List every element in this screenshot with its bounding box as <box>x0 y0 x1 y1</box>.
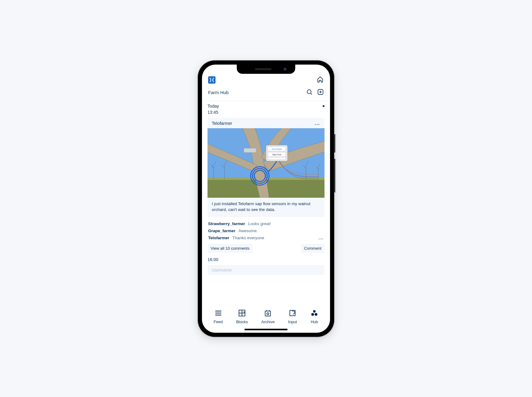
svg-text:TELOFARM: TELOFARM <box>272 148 282 150</box>
svg-point-0 <box>307 89 311 93</box>
svg-point-22 <box>315 313 317 315</box>
feed-overflow-fade <box>202 304 330 306</box>
unread-indicator-icon <box>323 105 324 107</box>
comment-text: Looks great! <box>248 221 271 226</box>
page-header: Farm Hub <box>202 87 330 101</box>
phone-notch <box>237 65 295 74</box>
nav-blocks[interactable]: Blocks <box>236 309 248 324</box>
nav-label: Archive <box>261 320 275 324</box>
post-image[interactable]: TELOFARM Sap Flow <box>208 128 324 198</box>
comment-user: Grape_farmer <box>208 228 236 233</box>
orchard-photo-icon: TELOFARM Sap Flow <box>208 128 324 198</box>
feed-scroll[interactable]: Today 13:45 Telofarmer ... <box>202 101 330 306</box>
page-title: Farm Hub <box>208 90 229 95</box>
nav-input[interactable]: Input <box>288 309 297 324</box>
svg-point-18 <box>267 312 269 315</box>
add-icon[interactable] <box>317 89 324 97</box>
day-row: Today <box>208 104 324 109</box>
phone-screen: Farm Hub Today 13:45 Telofarmer ... <box>202 65 330 333</box>
svg-rect-17 <box>265 311 271 316</box>
post-card: Telofarmer ... <box>208 118 324 217</box>
post-caption: I just installed Telofarm sap flow senso… <box>208 198 324 217</box>
post-card-peek: Username <box>208 265 324 275</box>
svg-text:Sap Flow: Sap Flow <box>272 153 281 156</box>
comment-item[interactable]: Strawberry_farmer Looks great! <box>208 220 324 227</box>
post-author[interactable]: Telofarmer <box>212 121 232 126</box>
header-actions <box>306 89 324 97</box>
phone-frame: Farm Hub Today 13:45 Telofarmer ... <box>198 60 334 337</box>
comment-user: Telofarmer <box>208 236 229 240</box>
comment-actions: View all 10 comments Comment <box>208 244 324 253</box>
search-icon[interactable] <box>306 89 313 97</box>
nav-hub[interactable]: Hub <box>310 309 318 324</box>
comment-text: Awesome. <box>239 228 258 233</box>
phone-side-button <box>334 134 335 153</box>
phone-camera <box>284 68 286 70</box>
day-label: Today <box>208 104 219 109</box>
post-time: 16:00 <box>208 257 324 262</box>
more-icon[interactable]: ... <box>319 236 324 240</box>
phone-speaker <box>255 68 272 70</box>
svg-point-21 <box>312 313 314 315</box>
nav-feed[interactable]: Feed <box>214 309 223 324</box>
comment-text: Thanks everyone <box>232 236 264 240</box>
nav-archive[interactable]: Archive <box>261 309 275 324</box>
post-time: 13:45 <box>208 110 324 115</box>
phone-side-button <box>334 159 335 193</box>
comment-user: Strawberry_farmer <box>208 221 245 226</box>
home-icon[interactable] <box>316 76 324 84</box>
post-header: Telofarmer ... <box>208 118 324 128</box>
svg-rect-15 <box>244 148 256 153</box>
nav-label: Feed <box>214 320 223 324</box>
svg-point-20 <box>313 310 316 312</box>
more-icon[interactable]: ... <box>315 121 320 126</box>
app-logo-icon[interactable] <box>208 76 216 84</box>
post-author-placeholder: Username <box>212 268 232 272</box>
comment-item[interactable]: Grape_farmer Awesome. <box>208 227 324 234</box>
nav-label: Blocks <box>236 320 248 324</box>
home-indicator[interactable] <box>244 329 288 330</box>
comment-button[interactable]: Comment <box>301 244 324 253</box>
nav-label: Input <box>288 320 297 324</box>
view-all-comments-button[interactable]: View all 10 comments <box>208 244 252 253</box>
comment-item[interactable]: Telofarmer Thanks everyone ... <box>208 234 324 241</box>
comments-list: Strawberry_farmer Looks great! Grape_far… <box>208 220 324 241</box>
nav-label: Hub <box>311 320 318 324</box>
